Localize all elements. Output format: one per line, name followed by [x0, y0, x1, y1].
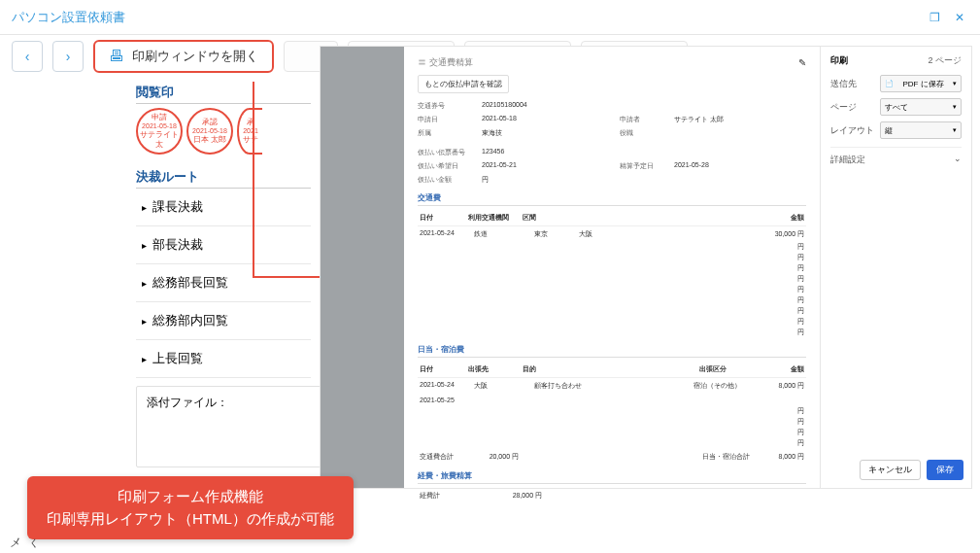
route-item[interactable]: 総務部長回覧: [136, 264, 311, 302]
layout-select[interactable]: 縦▾: [880, 121, 962, 139]
save-button[interactable]: 保存: [927, 460, 963, 480]
duplicate-icon[interactable]: ❐: [926, 9, 943, 26]
route-item[interactable]: 総務部内回覧: [136, 302, 311, 340]
doc-sec-kotsu: 交通費: [418, 190, 806, 206]
footer-text: メ く: [10, 535, 39, 551]
open-print-window-button[interactable]: 🖶 印刷ウィンドウを開く: [93, 40, 274, 73]
cancel-button[interactable]: キャンセル: [860, 460, 921, 480]
chevron-down-icon: ⌄: [954, 154, 962, 166]
chevron-down-icon: ▾: [953, 80, 957, 87]
page-title[interactable]: パソコン設置依頼書: [12, 9, 125, 26]
chevron-down-icon: ▾: [953, 103, 957, 111]
section-kanran: 閲覧印: [136, 82, 311, 104]
print-panel-title: 印刷: [830, 54, 848, 67]
print-panel-pages: 2 ページ: [928, 54, 962, 67]
print-preview-page: 〓 交通費精算 ✎ もとの仮払申請を確認 交通券号202105180004 申請…: [404, 47, 820, 488]
print-settings-panel: 印刷 2 ページ 送信先 📄 PDF に保存▾ ページ すべて▾ レイアウト 縦…: [820, 47, 971, 488]
annotation-callout: 印刷フォーム作成機能 印刷専用レイアウト（HTML）の作成が可能: [27, 476, 354, 539]
doc-title: 〓 交通費精算: [418, 56, 473, 69]
page-select[interactable]: すべて▾: [880, 98, 962, 116]
print-preview-modal: 〓 交通費精算 ✎ もとの仮払申請を確認 交通券号202105180004 申請…: [321, 47, 971, 488]
stamp: 承2021サテ: [237, 108, 262, 155]
doc-sec-nit: 日当・宿泊費: [418, 342, 806, 358]
more-settings-toggle[interactable]: 詳細設定⌄: [830, 147, 962, 166]
printer-icon: 🖶: [109, 48, 124, 65]
doc-sec-kei: 経費・旅費精算: [418, 468, 806, 484]
next-button[interactable]: ›: [52, 41, 84, 72]
chevron-down-icon: ▾: [953, 126, 957, 134]
page-label: ページ: [830, 101, 857, 114]
layout-label: レイアウト: [830, 124, 874, 137]
stamp: 承認2021-05-18日本 太郎: [186, 108, 233, 155]
section-route: 決裁ルート: [136, 166, 311, 189]
dest-select[interactable]: 📄 PDF に保存▾: [880, 75, 962, 92]
stamp: 申請2021-05-18サテライト 太: [136, 108, 183, 155]
route-item[interactable]: 部長決裁: [136, 226, 311, 264]
prev-button[interactable]: ‹: [12, 41, 43, 72]
print-button-label: 印刷ウィンドウを開く: [132, 48, 258, 65]
annotation-line: [253, 82, 254, 276]
route-item[interactable]: 課長決裁: [136, 189, 311, 226]
close-icon[interactable]: ✕: [951, 9, 968, 26]
dest-label: 送信先: [830, 78, 857, 90]
route-item[interactable]: 上長回覧: [136, 340, 311, 378]
edit-icon[interactable]: ✎: [798, 57, 806, 68]
attachment-label: 添付ファイル：: [147, 396, 228, 409]
doc-confirm-button[interactable]: もとの仮払申請を確認: [418, 75, 509, 93]
